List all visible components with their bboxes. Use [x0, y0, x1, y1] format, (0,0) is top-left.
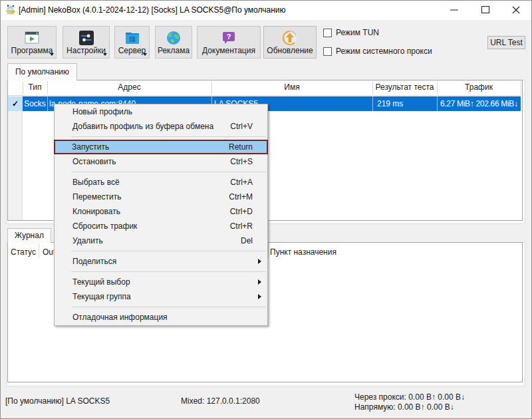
svg-text:?: ?	[227, 33, 231, 41]
